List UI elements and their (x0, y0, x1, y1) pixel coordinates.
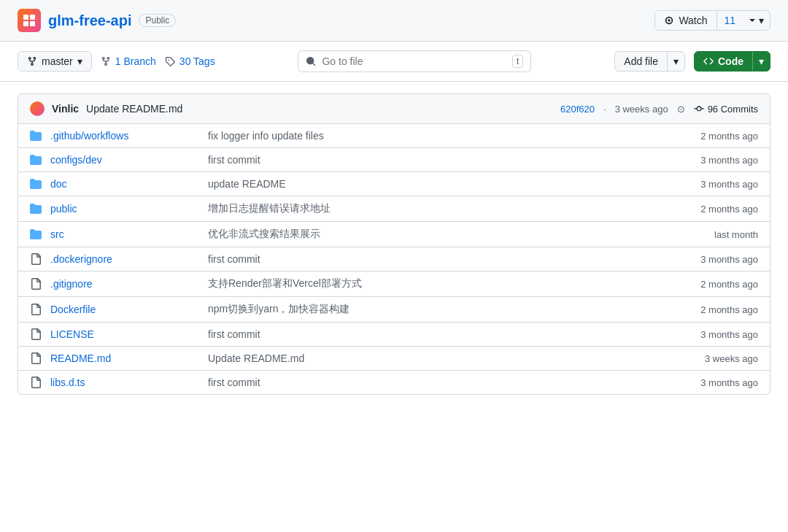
file-name-cell: .github/workflows (50, 130, 196, 142)
table-row: libs.d.ts first commit 3 months ago (18, 371, 770, 394)
svg-rect-3 (30, 21, 35, 26)
add-file-button-group: Add file ▾ (614, 51, 685, 72)
file-name-cell: doc (50, 178, 196, 190)
file-message-cell: first commit (196, 377, 671, 388)
branch-chevron: ▾ (77, 55, 82, 67)
file-time-cell: 2 months ago (671, 131, 758, 142)
file-name-link[interactable]: src (50, 228, 64, 240)
file-table: Vinlic Update README.md 620f620 · 3 week… (18, 93, 770, 395)
search-input[interactable] (322, 55, 506, 67)
file-message-cell: first commit (196, 253, 671, 265)
commit-hash[interactable]: 620f620 (560, 104, 595, 115)
folder-icon (30, 130, 50, 142)
commit-message[interactable]: Update README.md (86, 103, 182, 115)
code-button-group: Code ▾ (694, 51, 770, 72)
branch-info: 1 Branch 30 Tags (101, 55, 215, 67)
file-name-link[interactable]: libs.d.ts (50, 377, 85, 388)
code-button[interactable]: Code (695, 52, 753, 71)
file-message-cell: 支持Render部署和Vercel部署方式 (196, 277, 671, 290)
file-time-cell: 2 months ago (671, 304, 758, 315)
search-box: t (298, 50, 531, 72)
file-name-link[interactable]: .gitignore (50, 278, 93, 290)
file-message-cell: npm切换到yarn，加快容器构建 (196, 303, 671, 316)
add-file-button[interactable]: Add file (615, 52, 668, 71)
watch-dropdown-icon[interactable]: ▾ (743, 11, 770, 30)
commit-author-avatar (30, 101, 45, 116)
add-file-dropdown[interactable]: ▾ (668, 52, 684, 71)
file-icon (30, 253, 50, 265)
file-name-cell: LICENSE (50, 328, 196, 340)
watch-count[interactable]: 11 (717, 11, 743, 30)
file-message-cell: 增加日志提醒错误请求地址 (196, 202, 671, 215)
file-message-cell: first commit (196, 328, 671, 340)
branch-name: master (42, 55, 73, 67)
file-name-cell: .dockerignore (50, 253, 196, 265)
table-row: README.md Update README.md 3 weeks ago (18, 347, 770, 371)
table-row: configs/dev first commit 3 months ago (18, 148, 770, 172)
folder-icon (30, 154, 50, 166)
search-shortcut: t (512, 55, 523, 68)
file-icon (30, 377, 50, 388)
repo-title-area: glm-free-api Public (18, 9, 176, 32)
watch-button-main[interactable]: Watch (655, 11, 716, 30)
file-time-cell: last month (671, 229, 758, 240)
file-name-cell: libs.d.ts (50, 377, 196, 388)
folder-icon (30, 178, 50, 190)
tags-count-link[interactable]: 30 Tags (179, 55, 215, 67)
commit-time: 3 weeks ago (615, 104, 668, 115)
latest-commit-row: Vinlic Update README.md 620f620 · 3 week… (18, 94, 770, 124)
file-time-cell: 3 months ago (671, 254, 758, 265)
file-name-link[interactable]: Dockerfile (50, 304, 96, 315)
file-name-link[interactable]: configs/dev (50, 154, 102, 166)
table-row: src 优化非流式搜索结果展示 last month (18, 222, 770, 247)
file-icon (30, 352, 50, 364)
file-time-cell: 3 months ago (671, 377, 758, 388)
branch-count-link[interactable]: 1 Branch (115, 55, 156, 67)
code-label: Code (718, 55, 743, 67)
file-name-link[interactable]: .github/workflows (50, 130, 128, 142)
file-message-cell: first commit (196, 154, 671, 166)
file-name-cell: .gitignore (50, 278, 196, 290)
file-time-cell: 3 months ago (671, 179, 758, 190)
visibility-badge: Public (139, 14, 176, 27)
table-row: .dockerignore first commit 3 months ago (18, 247, 770, 271)
repo-logo (18, 9, 41, 32)
file-name-link[interactable]: doc (50, 178, 67, 190)
svg-rect-0 (23, 15, 28, 20)
file-name-link[interactable]: .dockerignore (50, 253, 112, 265)
branch-selector[interactable]: master ▾ (18, 51, 92, 72)
watch-button-group: Watch 11 ▾ (654, 10, 770, 31)
commit-meta: 620f620 · 3 weeks ago ⊙ 96 Commits (560, 104, 758, 115)
table-row: doc update README 3 months ago (18, 172, 770, 196)
file-message-cell: update README (196, 178, 671, 190)
code-dropdown[interactable]: ▾ (753, 52, 770, 71)
table-row: .gitignore 支持Render部署和Vercel部署方式 2 month… (18, 271, 770, 297)
search-area: t (224, 50, 606, 72)
file-time-cell: 2 months ago (671, 279, 758, 290)
repo-toolbar: master ▾ 1 Branch 30 Tags t Add file ▾ (0, 42, 788, 82)
file-icon (30, 304, 50, 315)
file-name-link[interactable]: public (50, 203, 77, 215)
file-time-cell: 3 months ago (671, 155, 758, 166)
file-icon (30, 278, 50, 290)
file-name-link[interactable]: LICENSE (50, 328, 94, 340)
table-row: Dockerfile npm切换到yarn，加快容器构建 2 months ag… (18, 297, 770, 323)
file-time-cell: 3 months ago (671, 329, 758, 340)
repo-name[interactable]: glm-free-api (48, 12, 131, 29)
file-name-cell: configs/dev (50, 154, 196, 166)
file-message-cell: Update README.md (196, 352, 671, 364)
file-time-cell: 2 months ago (671, 204, 758, 215)
file-message-cell: fix logger info update files (196, 130, 671, 142)
commit-author-name[interactable]: Vinlic (52, 103, 79, 115)
file-name-cell: Dockerfile (50, 304, 196, 315)
file-name-link[interactable]: README.md (50, 352, 111, 364)
commits-count-link[interactable]: 96 Commits (694, 104, 758, 115)
file-name-cell: README.md (50, 352, 196, 364)
svg-rect-1 (30, 15, 35, 20)
repo-header: glm-free-api Public Watch 11 ▾ (0, 0, 788, 42)
file-icon (30, 328, 50, 340)
svg-rect-2 (23, 21, 28, 26)
file-time-cell: 3 weeks ago (671, 353, 758, 364)
commits-meta-separator: ⊙ (677, 104, 685, 115)
table-row: .github/workflows fix logger info update… (18, 124, 770, 148)
